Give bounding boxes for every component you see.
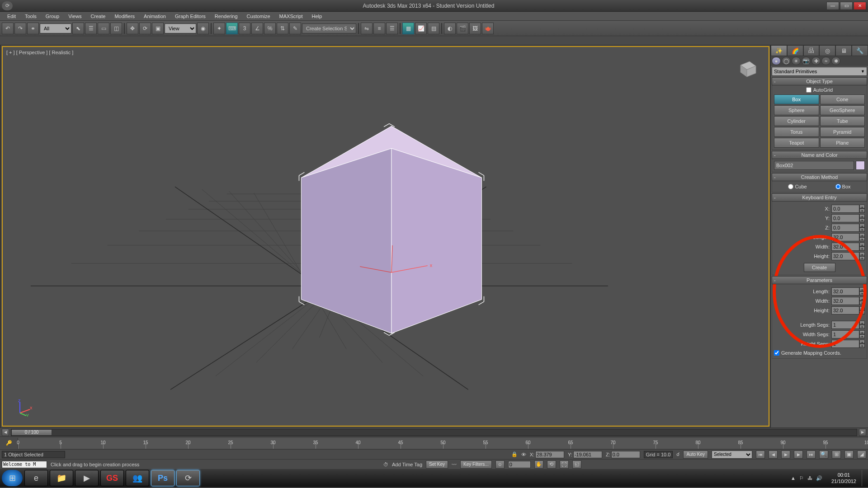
view-cube[interactable] [732, 56, 760, 79]
creation-method-header[interactable]: -Creation Method [772, 173, 867, 181]
current-frame-input[interactable] [508, 461, 531, 468]
tray-clock[interactable]: 00:01 21/10/2012 [828, 472, 860, 484]
ke-length-down[interactable]: ▼ [859, 237, 865, 241]
ke-z-input[interactable] [831, 224, 859, 232]
trackbar-config-icon[interactable]: 🔑 [0, 438, 18, 449]
modify-tab[interactable]: 🌈 [787, 45, 803, 56]
ke-y-down[interactable]: ▼ [859, 218, 865, 222]
manipulate-button[interactable]: ✦ [213, 23, 225, 34]
tray-volume-icon[interactable]: 🔊 [816, 475, 822, 481]
scale-button[interactable]: ▣ [152, 23, 164, 34]
render-setup-button[interactable]: 🎬 [457, 23, 468, 34]
shapes-subtab[interactable]: ◯ [782, 57, 791, 65]
menu-edit[interactable]: Edit [4, 13, 19, 20]
box-radio[interactable]: Box [835, 184, 851, 189]
keyboard-entry-header[interactable]: -Keyboard Entry [772, 193, 867, 202]
ke-height-input[interactable] [831, 252, 859, 260]
name-color-header[interactable]: -Name and Color [772, 151, 867, 159]
tube-type-button[interactable]: Tube [820, 116, 865, 126]
perspective-viewport[interactable]: [ + ] [ Perspective ] [ Realistic ] [2, 46, 769, 427]
ke-height-up[interactable]: ▲ [859, 252, 865, 256]
tray-network-icon[interactable]: 🖧 [807, 475, 812, 481]
param-wsegs-input[interactable] [831, 330, 859, 338]
ke-x-input[interactable] [831, 205, 859, 213]
zoom-button[interactable]: 🔍 [819, 450, 828, 459]
material-editor-button[interactable]: ◐ [444, 23, 456, 34]
trackbar-ruler[interactable]: 0510152025303540455055606570758085909510… [18, 438, 868, 449]
menu-maxscript[interactable]: MAXScript [276, 13, 307, 20]
app-icon[interactable]: ⟳ [2, 1, 13, 10]
menu-customize[interactable]: Customize [243, 13, 274, 20]
select-object-button[interactable]: ⬉ [72, 23, 84, 34]
selection-filter[interactable]: All [40, 23, 71, 33]
menu-animation[interactable]: Animation [140, 13, 170, 20]
menu-views[interactable]: Views [65, 13, 85, 20]
param-lsegs-input[interactable] [831, 321, 859, 329]
timeslider-track[interactable]: 0 / 100 [11, 429, 857, 436]
ke-x-up[interactable]: ▲ [859, 205, 865, 209]
lock-icon[interactable]: 🔒 [511, 451, 518, 457]
menu-create[interactable]: Create [87, 13, 109, 20]
ke-y-input[interactable] [831, 214, 859, 222]
teapot-type-button[interactable]: Teapot [774, 138, 819, 148]
lights-subtab[interactable]: ☀ [792, 57, 801, 65]
maximize-viewport-button[interactable]: ⛶ [560, 460, 569, 469]
close-button[interactable]: ✕ [854, 2, 866, 10]
coord-z-input[interactable] [611, 451, 640, 458]
utilities-tab[interactable]: 🔧 [852, 45, 868, 56]
minimize-button[interactable]: — [826, 2, 839, 10]
nav-extra-button[interactable]: ◱ [572, 460, 581, 469]
link-button[interactable]: ⚭ [27, 23, 39, 34]
layers-button[interactable]: ☰ [386, 23, 398, 34]
menu-graph-editors[interactable]: Graph Editors [171, 13, 209, 20]
create-tab[interactable]: ✨ [771, 45, 787, 56]
start-button[interactable]: ⊞ [2, 470, 23, 486]
setkey-button[interactable]: Set Key [426, 460, 448, 469]
schematic-view-button[interactable]: ▤ [428, 23, 439, 34]
taskbar-photoshop[interactable]: Ps [151, 470, 175, 486]
tray-up-icon[interactable]: ▲ [791, 475, 796, 481]
spinner-snap-button[interactable]: ⇅ [277, 23, 288, 34]
menu-tools[interactable]: Tools [21, 13, 40, 20]
menu-modifiers[interactable]: Modifiers [111, 13, 138, 20]
time-tag-icon[interactable]: ⏱ [383, 462, 388, 467]
autogrid-checkbox[interactable] [806, 87, 811, 93]
ke-y-up[interactable]: ▲ [859, 214, 865, 218]
rotate-button[interactable]: ⟳ [139, 23, 151, 34]
ke-width-input[interactable] [831, 243, 859, 251]
timeslider-prev[interactable]: ◀ [2, 429, 9, 436]
percent-snap-button[interactable]: % [264, 23, 276, 34]
display-tab[interactable]: 🖥 [835, 45, 852, 56]
cone-type-button[interactable]: Cone [820, 94, 865, 104]
move-button[interactable]: ✥ [127, 23, 138, 34]
motion-tab[interactable]: ◎ [819, 45, 835, 56]
keymode-select[interactable]: Selected [712, 450, 752, 459]
prev-frame-button[interactable]: ◀ [769, 450, 778, 459]
zoom-all-button[interactable]: ⊞ [832, 450, 841, 459]
taskbar-explorer[interactable]: 📁 [50, 470, 73, 486]
rendered-frame-button[interactable]: 🖼 [469, 23, 481, 34]
keymode-toggle[interactable]: ⊙ [495, 460, 505, 469]
curve-editor-button[interactable]: 📈 [415, 23, 427, 34]
helpers-subtab[interactable]: ✚ [811, 57, 821, 65]
ke-height-down[interactable]: ▼ [859, 256, 865, 260]
taskbar-app1[interactable]: GS [100, 470, 124, 486]
geosphere-type-button[interactable]: GeoSphere [820, 105, 865, 115]
object-color-swatch[interactable] [856, 161, 865, 170]
select-name-button[interactable]: ☰ [85, 23, 97, 34]
coord-x-input[interactable] [535, 451, 564, 458]
parameters-header[interactable]: -Parameters [772, 276, 867, 284]
edit-named-selection-button[interactable]: ✎ [289, 23, 301, 34]
goto-end-button[interactable]: ⏭ [807, 450, 816, 459]
taskbar-app2[interactable]: 👥 [126, 470, 149, 486]
taskbar-3dsmax[interactable]: ⟳ [176, 470, 200, 486]
graphite-ribbon-button[interactable]: ▦ [402, 23, 414, 34]
box-type-button[interactable]: Box [774, 94, 819, 104]
torus-type-button[interactable]: Torus [774, 127, 819, 137]
create-button[interactable]: Create [804, 263, 835, 272]
zoom-extents-button[interactable]: ▣ [844, 450, 854, 459]
render-production-button[interactable]: 🫖 [482, 23, 494, 34]
play-button[interactable]: ▶ [781, 450, 790, 459]
pyramid-type-button[interactable]: Pyramid [820, 127, 865, 137]
taskbar-mediaplayer[interactable]: ▶ [75, 470, 99, 486]
